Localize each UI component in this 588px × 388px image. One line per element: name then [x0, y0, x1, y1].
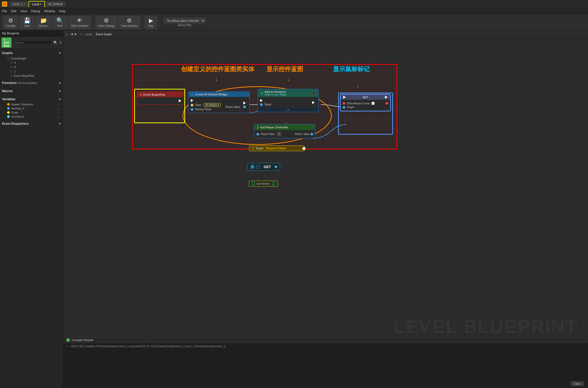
- get-index-box[interactable]: 1: [257, 165, 260, 169]
- browse-icon: 📁: [40, 17, 47, 24]
- expand-arrow[interactable]: ▼: [258, 108, 318, 112]
- out-actors-var[interactable]: Out Actors ≡: [0, 115, 63, 119]
- bookmark-icon: ☆: [65, 32, 69, 36]
- blueprint-canvas[interactable]: LEVEL BLUEPRINT 创建定义的控件: [63, 38, 588, 388]
- debug-filter-label: Debug Filter: [177, 24, 191, 27]
- functions-add-icon[interactable]: +: [59, 81, 61, 85]
- create-widget-return-pin: Return Value: [223, 105, 248, 109]
- tab-level1[interactable]: Level_1 •: [9, 1, 28, 7]
- compile-button[interactable]: ⚙ Compile: [3, 16, 18, 29]
- find-icon: 🔍: [56, 17, 63, 24]
- set-node-body: Show Mouse Cursor ✓ Target: [341, 100, 390, 111]
- class-defaults-label: Class Defaults: [121, 24, 137, 27]
- create-widget-owning-pin: Owning Player: [189, 107, 223, 111]
- hide-unrelated-button[interactable]: 👁 Hide Unrelated: [68, 16, 91, 29]
- play-label: Play: [148, 24, 153, 27]
- spawn-transform-var[interactable]: Spawn Transform ≡: [0, 102, 63, 106]
- forward-icon[interactable]: ▶: [75, 32, 77, 36]
- find-button[interactable]: 🔍 Find: [52, 16, 67, 29]
- variables-add-icon[interactable]: +: [59, 97, 61, 102]
- add-to-viewport-body: Target: [258, 97, 318, 108]
- tab-wdefault[interactable]: W_Default: [45, 1, 66, 7]
- scale-var[interactable]: Scale ≡: [0, 110, 63, 115]
- gpc-body: Player Index 0 Return Value: [254, 130, 315, 138]
- create-widget-node[interactable]: ⬡ Create W Default Widget Class W Defaul…: [188, 91, 250, 113]
- set-target-pin: Target: [341, 105, 390, 109]
- class-defaults-button[interactable]: ⚙ Class Defaults: [118, 16, 140, 29]
- menu-debug[interactable]: Debug: [31, 9, 40, 13]
- newvar0-var[interactable]: NewVar_0 ≡: [0, 106, 63, 110]
- app-icon: U: [2, 2, 7, 7]
- macros-header[interactable]: Macros +: [0, 88, 63, 94]
- event-icon: ◇: [10, 74, 12, 77]
- toolbar-sep-3: [159, 17, 160, 28]
- add-viewport-target-pin: Target: [258, 103, 310, 106]
- toolbar-sep-1: [93, 17, 93, 28]
- debug-select[interactable]: No debug object selected: [164, 18, 205, 23]
- target-sequence-player-node[interactable]: ⬡ Target Sequence Player: [249, 145, 305, 151]
- menu-help[interactable]: Help: [59, 9, 66, 13]
- return-pin-dot: [243, 106, 246, 108]
- macros-section: Macros +: [0, 87, 63, 95]
- variables-header[interactable]: Variables +: [0, 96, 63, 102]
- functions-header[interactable]: Functions (19 Overridable) +: [0, 80, 63, 86]
- subgraph-icon: ⬡: [10, 61, 13, 64]
- add-to-viewport-header: ⬡ Add to Viewport Target is User Widget: [258, 89, 318, 97]
- back-icon[interactable]: ◀: [71, 32, 73, 36]
- menu-view[interactable]: View: [20, 9, 27, 13]
- expand-icon[interactable]: [312, 91, 316, 95]
- graph-item-6[interactable]: ⬡ 6: [0, 65, 63, 69]
- graphs-add-icon[interactable]: +: [59, 51, 61, 55]
- class-value[interactable]: W Default ▾: [204, 103, 221, 107]
- compile-message: • • [5251.55] Compile of PersistentLevel…: [63, 343, 588, 349]
- get-player-controller-node[interactable]: ƒ Get Player Controller Player Index 0: [254, 124, 315, 139]
- my-blueprint-header: My Blueprint: [0, 31, 63, 36]
- add-to-viewport-node[interactable]: ⬡ Add to Viewport Target is User Widget: [258, 89, 319, 112]
- class-settings-icon: ⚙: [104, 17, 109, 24]
- class-settings-button[interactable]: ⚙ Class Settings: [95, 16, 117, 29]
- out-actors-node[interactable]: Out Actors: [249, 181, 278, 187]
- set-node[interactable]: SET Show Mouse Cursor ✓ Target: [340, 94, 391, 111]
- compiler-results-title: Compiler Results: [72, 339, 93, 342]
- class-pin-dot: [191, 104, 193, 106]
- subgraph-icon-3: ⬡: [10, 70, 13, 73]
- add-viewport-exec-out: [310, 101, 317, 105]
- show-mouse-checkbox[interactable]: ✓: [372, 102, 375, 105]
- event-beginplay-node[interactable]: ◇ Event BeginPlay: [137, 91, 184, 105]
- tab-level[interactable]: Level •: [29, 1, 45, 7]
- menu-bar: File Edit View Debug Window Help: [0, 8, 588, 14]
- menu-edit[interactable]: Edit: [11, 9, 16, 13]
- arrow-down-2: ↓: [287, 76, 290, 83]
- macros-add-icon[interactable]: +: [59, 89, 61, 93]
- menu-window[interactable]: Window: [44, 9, 55, 13]
- play-icon: ▶: [149, 17, 153, 24]
- add-new-button[interactable]: + Add New: [2, 37, 11, 48]
- save-button[interactable]: 💾 Save: [19, 16, 35, 29]
- eventgraph-item[interactable]: ⬡ EventGraph: [0, 56, 63, 60]
- graph-item-1[interactable]: ⬡ 1: [0, 69, 63, 73]
- get-array-node[interactable]: ⊞ 1 GET: [247, 163, 280, 171]
- search-input[interactable]: [13, 40, 52, 45]
- var-dot-newvar: [7, 107, 10, 110]
- play-button[interactable]: ▶ Play: [145, 16, 157, 29]
- graphs-header[interactable]: Graphs +: [0, 50, 63, 56]
- graph-item-5[interactable]: ⬡ 5: [0, 60, 63, 65]
- player-index-value[interactable]: 0: [277, 132, 282, 136]
- clear-button[interactable]: Clear: [571, 381, 584, 386]
- event-beginplay-item[interactable]: ◇ Event BeginPlay: [0, 73, 63, 78]
- var-dot-scale: [7, 111, 10, 114]
- add-viewport-exec-in: [258, 98, 310, 103]
- graphs-section: Graphs + ⬡ EventGraph ⬡ 5 ⬡ 6 ⬡ 1 ◇ Even…: [0, 49, 63, 79]
- hide-icon: 👁: [77, 17, 82, 24]
- browse-button[interactable]: 📁 Browse: [36, 16, 51, 29]
- menu-file[interactable]: File: [2, 9, 7, 13]
- event-beginplay-exec-out: [137, 99, 183, 103]
- set-node-header: SET: [341, 95, 390, 100]
- target-pin-dot: [260, 103, 263, 106]
- functions-section: Functions (19 Overridable) +: [0, 79, 63, 87]
- event-dispatchers-header[interactable]: Event Dispatchers +: [0, 121, 63, 127]
- owning-pin-dot: [191, 108, 193, 111]
- event-dispatchers-add-icon[interactable]: +: [59, 121, 61, 126]
- view-options-icon[interactable]: ☰: [59, 41, 62, 44]
- compile-label: Compile: [6, 24, 16, 27]
